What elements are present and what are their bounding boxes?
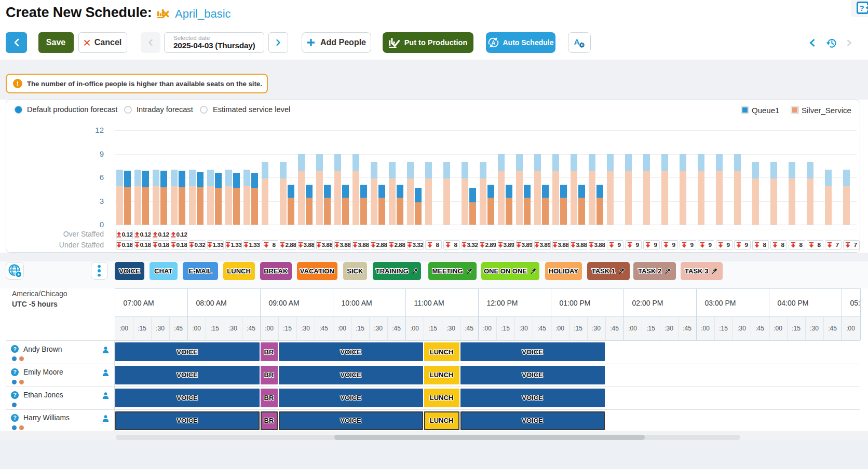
svg-text:A: A [574,37,580,46]
svg-text:?: ? [860,4,864,12]
svg-text:A: A [492,40,495,46]
